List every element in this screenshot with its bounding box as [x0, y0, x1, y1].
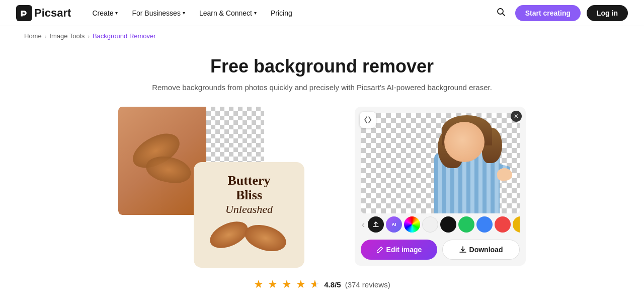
- svg-line-2: [502, 14, 505, 16]
- nav-create[interactable]: Create ▾: [87, 6, 123, 20]
- reviews-count: (374 reviews): [345, 280, 390, 289]
- swatch-upload[interactable]: [368, 216, 384, 233]
- start-creating-button[interactable]: Start creating: [515, 5, 581, 21]
- star-2: ★: [268, 278, 278, 291]
- search-icon: [496, 7, 506, 17]
- left-demo: ButteryBliss Unleashed: [118, 107, 314, 268]
- edit-image-button[interactable]: Edit image: [361, 240, 437, 260]
- logo[interactable]: Picsart: [16, 5, 71, 21]
- swatch-white[interactable]: [422, 216, 438, 233]
- swatch-yellow[interactable]: [513, 216, 520, 233]
- action-row: Edit image Download: [361, 240, 520, 260]
- nav-links: Create ▾ For Businesses ▾ Learn & Connec…: [87, 6, 493, 20]
- person-image: [427, 113, 512, 213]
- star-1: ★: [254, 278, 264, 291]
- star-half: ★ ★: [310, 278, 320, 291]
- right-demo: ✕: [355, 107, 526, 266]
- chevron-right-icon: ›: [45, 33, 47, 39]
- breadcrumb: Home › Image Tools › Background Remover: [0, 26, 644, 46]
- main-content: ButteryBliss Unleashed ✕: [0, 97, 644, 268]
- card-title: ButteryBliss: [227, 174, 270, 202]
- chevron-down-icon: ▾: [115, 10, 118, 16]
- compare-button[interactable]: [360, 112, 376, 128]
- login-button[interactable]: Log in: [587, 5, 628, 21]
- swatch-black[interactable]: [440, 216, 456, 233]
- breadcrumb-image-tools[interactable]: Image Tools: [49, 32, 85, 40]
- navbar: Picsart Create ▾ For Businesses ▾ Learn …: [0, 0, 644, 26]
- download-icon: [459, 246, 466, 253]
- star-4: ★: [296, 278, 306, 291]
- chevron-down-icon: ▾: [254, 10, 257, 16]
- close-icon: ✕: [514, 113, 519, 120]
- download-button[interactable]: Download: [442, 240, 520, 260]
- swatch-row: ‹ AI: [361, 213, 520, 236]
- swatch-green[interactable]: [458, 216, 474, 233]
- breadcrumb-current: Background Remover: [93, 32, 156, 40]
- card-croissants: [209, 221, 289, 256]
- swatch-red[interactable]: [495, 216, 511, 233]
- rating-row: ★ ★ ★ ★ ★ ★ 4.8/5 (374 reviews): [0, 268, 644, 291]
- swatch-blue[interactable]: [476, 216, 493, 233]
- chevron-right-icon: ›: [88, 33, 90, 39]
- breadcrumb-home[interactable]: Home: [24, 32, 42, 40]
- search-button[interactable]: [493, 4, 509, 22]
- food-card: ButteryBliss Unleashed: [194, 162, 304, 268]
- upload-icon: [372, 221, 379, 228]
- compare-icon: [364, 116, 372, 124]
- swatch-colorwheel[interactable]: [404, 216, 420, 233]
- swatch-ai[interactable]: AI: [386, 216, 402, 233]
- preview-card: ✕: [355, 107, 526, 266]
- svg-rect-0: [16, 5, 32, 21]
- card-subtitle: Unleashed: [225, 203, 273, 216]
- nav-actions: Start creating Log in: [493, 4, 628, 22]
- nav-learn-connect[interactable]: Learn & Connect ▾: [194, 6, 262, 20]
- nav-pricing[interactable]: Pricing: [266, 6, 297, 20]
- nav-for-businesses[interactable]: For Businesses ▾: [127, 6, 190, 20]
- logo-icon: [16, 5, 32, 21]
- hero-subtitle: Remove backgrounds from photos quickly a…: [0, 83, 644, 92]
- scroll-left-button[interactable]: ‹: [361, 219, 366, 230]
- page-title: Free background remover: [0, 56, 644, 77]
- edit-icon: [376, 246, 383, 253]
- chevron-down-icon: ▾: [183, 10, 185, 16]
- hero-section: Free background remover Remove backgroun…: [0, 46, 644, 97]
- rating-score: 4.8/5: [324, 280, 341, 289]
- croissant-photo: [118, 107, 206, 215]
- close-button[interactable]: ✕: [511, 111, 522, 122]
- preview-image-area: [361, 113, 520, 213]
- star-3: ★: [282, 278, 292, 291]
